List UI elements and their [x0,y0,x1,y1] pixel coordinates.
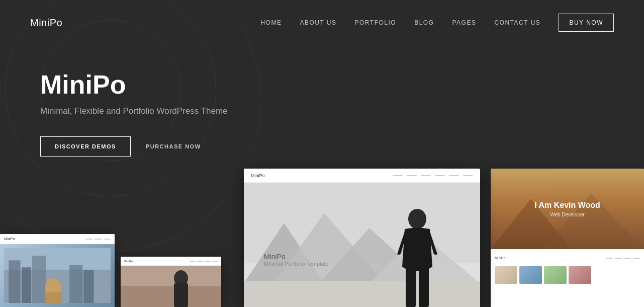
mock-right-thumbnail-row [495,266,640,284]
nav-blog[interactable]: BLOG [414,19,434,26]
mock-center-logo: MiniPo [251,173,265,178]
mock-right-bottom-nav: MiniPo [495,253,640,263]
mock-mid-image [121,266,221,307]
svg-point-20 [408,209,426,229]
hero-subtitle: Minimal, Flexible and Portfolio WordPres… [40,106,614,116]
mock-thumbnail-3 [544,266,567,284]
mock-center-nav [393,175,473,176]
mock-mid-dot-2 [197,261,203,262]
mock-left-image [0,244,115,307]
mock-right-role: Web Developer [550,212,585,217]
mock-center-nav-4 [435,175,445,176]
mock-mid-dot-3 [205,261,211,262]
mock-left-header: MiniPo [0,234,115,244]
mockup-right: I Am Kevin Wood Web Developer MiniPo [491,169,644,307]
mock-right-hero: I Am Kevin Wood Web Developer [491,169,644,249]
mock-right-bottom: MiniPo [491,249,644,307]
svg-rect-19 [244,281,480,307]
mock-right-logo: MiniPo [495,256,505,260]
svg-rect-21 [406,266,416,307]
mock-center-header: MiniPo [244,169,480,183]
mock-right-nav-dot-3 [624,258,631,259]
purchase-now-button[interactable]: PURCHASE NOW [146,143,201,149]
mock-center-text: MiniPo Minimal Portfolio Template [264,253,329,267]
mock-right-nav-dot-2 [615,258,622,259]
mock-center-subtitle: Minimal Portfolio Template [264,261,329,267]
svg-rect-3 [22,267,31,303]
mock-mid-dot-4 [212,261,218,262]
nav-links: HOME ABOUT US PORTFOLIO BLOG PAGES CONTA… [260,14,614,32]
mockups-container: MiniPo [0,166,644,307]
mock-right-nav-items [606,258,640,259]
mock-right-name: I Am Kevin Wood [534,201,600,210]
hero-buttons: DISCOVER DEMOS PURCHASE NOW [40,136,614,157]
mock-nav-dot-3 [104,239,111,240]
mock-center-nav-6 [463,175,473,176]
svg-rect-6 [83,270,94,303]
mock-center-hero: MiniPo Minimal Portfolio Template [244,183,480,307]
mock-left-logo: MiniPo [4,237,15,241]
svg-rect-4 [32,256,46,303]
svg-rect-12 [174,283,188,307]
hero-title: MiniPo [40,70,614,99]
svg-rect-2 [9,260,20,303]
svg-rect-22 [419,266,429,307]
mock-nav-dot-1 [85,239,93,240]
mock-right-nav-dot-1 [606,258,613,259]
svg-rect-10 [121,286,221,307]
hero-content: MiniPo Minimal, Flexible and Portfolio W… [0,45,644,157]
svg-rect-5 [69,265,82,303]
nav-about[interactable]: ABOUT US [300,19,336,26]
svg-rect-8 [45,292,62,303]
hero-section: MiniPo HOME ABOUT US PORTFOLIO BLOG PAGE… [0,0,644,307]
mock-left-nav [85,239,111,240]
nav-contact[interactable]: CONTACT US [494,19,540,26]
nav-pages[interactable]: PAGES [452,19,477,26]
mock-center-title: MiniPo [264,253,329,261]
mock-mid-dot-1 [190,261,196,262]
brand-logo[interactable]: MiniPo [30,17,62,29]
mock-thumbnail-1 [495,266,517,284]
mock-mid-header: MiniPo [121,257,221,266]
mock-center-nav-5 [449,175,459,176]
mock-nav-dot-2 [95,239,102,240]
mock-thumbnail-4 [569,266,591,284]
navbar: MiniPo HOME ABOUT US PORTFOLIO BLOG PAGE… [0,0,644,45]
mock-mid-logo: MiniPo [124,260,133,263]
mock-center-nav-1 [393,175,403,176]
mockup-left: MiniPo [0,234,115,307]
mock-mid-nav [190,261,218,262]
mock-right-nav-dot-4 [633,258,640,259]
mock-thumbnail-2 [519,266,542,284]
mock-center-nav-3 [421,175,431,176]
buy-now-button[interactable]: BUY NOW [559,14,614,32]
nav-portfolio[interactable]: PORTFOLIO [355,19,397,26]
nav-home[interactable]: HOME [260,19,282,26]
mockup-center: MiniPo [244,169,480,307]
discover-demos-button[interactable]: DISCOVER DEMOS [40,136,131,157]
mock-center-nav-2 [407,175,417,176]
mockup-bottom-mid: MiniPo [121,257,221,307]
